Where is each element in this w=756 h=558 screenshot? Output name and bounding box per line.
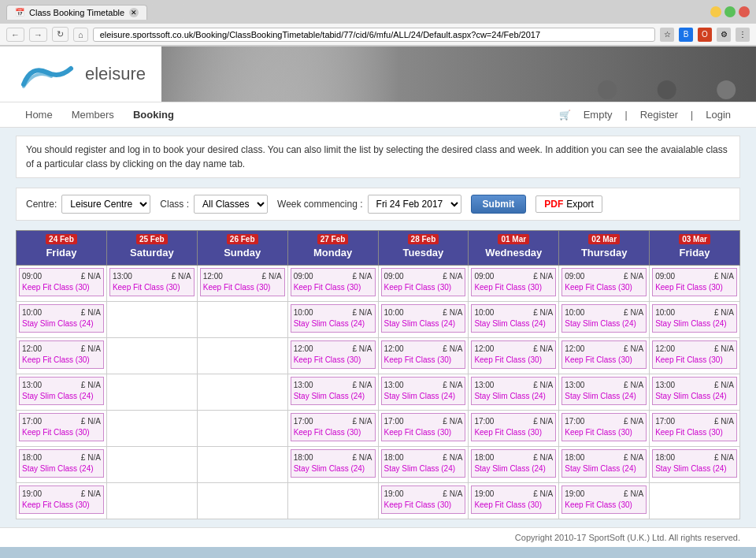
class-time-price: 09:00 £ N/A <box>655 271 734 282</box>
menu-icon[interactable]: ⋮ <box>736 28 750 42</box>
class-item[interactable]: 12:00 £ N/A Keep Fit Class (30) <box>200 268 285 296</box>
day-header-thursday[interactable]: 02 Mar Thursday <box>559 231 650 266</box>
class-time-price: 12:00 £ N/A <box>22 344 101 355</box>
bookmark-icon[interactable]: ☆ <box>660 28 674 42</box>
class-item[interactable]: 17:00 £ N/A Keep Fit Class (30) <box>561 413 647 441</box>
class-item[interactable]: 18:00 £ N/A Stay Slim Class (24) <box>381 449 466 478</box>
day-header-friday[interactable]: 03 Mar Friday <box>650 231 740 266</box>
nav-login[interactable]: Login <box>696 102 740 127</box>
class-price: £ N/A <box>714 271 734 282</box>
day-header-friday[interactable]: 24 Feb Friday <box>17 231 107 266</box>
timetable-cell: 17:00 £ N/A Keep Fit Class (30) <box>650 411 740 447</box>
timetable-cell: 09:00 £ N/A Keep Fit Class (30) <box>378 266 469 302</box>
class-time-price: 10:00 £ N/A <box>565 307 643 318</box>
class-item[interactable]: 09:00 £ N/A Keep Fit Class (30) <box>381 268 466 296</box>
class-item[interactable]: 13:00 £ N/A Stay Slim Class (24) <box>381 377 466 405</box>
class-item[interactable]: 19:00 £ N/A Keep Fit Class (30) <box>381 485 466 514</box>
class-item[interactable]: 09:00 £ N/A Keep Fit Class (30) <box>19 268 104 296</box>
nav-members[interactable]: Members <box>62 102 124 127</box>
class-item[interactable]: 19:00 £ N/A Keep Fit Class (30) <box>561 485 647 514</box>
class-item[interactable]: 10:00 £ N/A Stay Slim Class (24) <box>471 304 556 333</box>
forward-button[interactable]: → <box>29 28 47 42</box>
back-button[interactable]: ← <box>6 28 24 42</box>
banner-image <box>161 46 756 102</box>
home-button[interactable]: ⌂ <box>73 28 88 42</box>
class-time: 19:00 <box>474 489 494 500</box>
class-item[interactable]: 17:00 £ N/A Keep Fit Class (30) <box>652 413 737 441</box>
day-header-sunday[interactable]: 26 Feb Sunday <box>197 231 287 266</box>
class-time: 13:00 <box>22 380 42 391</box>
class-item[interactable]: 12:00 £ N/A Keep Fit Class (30) <box>561 340 647 369</box>
class-item[interactable]: 10:00 £ N/A Stay Slim Class (24) <box>19 304 104 333</box>
class-name: Keep Fit Class (30) <box>384 355 463 366</box>
class-time: 19:00 <box>22 489 42 500</box>
date-badge: 26 Feb <box>227 234 258 244</box>
class-item[interactable]: 12:00 £ N/A Keep Fit Class (30) <box>471 340 556 369</box>
day-header-monday[interactable]: 27 Feb Monday <box>287 231 378 266</box>
class-time-price: 19:00 £ N/A <box>384 489 463 500</box>
class-item[interactable]: 12:00 £ N/A Keep Fit Class (30) <box>291 340 376 369</box>
tab-close-btn[interactable]: ✕ <box>129 8 139 17</box>
class-price: £ N/A <box>624 416 643 427</box>
day-header-tuesday[interactable]: 28 Feb Tuesday <box>378 231 469 266</box>
class-item[interactable]: 10:00 £ N/A Stay Slim Class (24) <box>652 304 737 333</box>
class-item[interactable]: 18:00 £ N/A Stay Slim Class (24) <box>561 449 647 478</box>
class-price: £ N/A <box>533 380 553 391</box>
nav-register[interactable]: Register <box>631 102 687 127</box>
minimize-btn[interactable] <box>710 6 721 17</box>
class-item[interactable]: 09:00 £ N/A Keep Fit Class (30) <box>471 268 556 296</box>
class-time-price: 13:00 £ N/A <box>384 380 463 391</box>
class-item[interactable]: 19:00 £ N/A Keep Fit Class (30) <box>19 485 104 514</box>
class-item[interactable]: 17:00 £ N/A Keep Fit Class (30) <box>381 413 466 441</box>
day-header-saturday[interactable]: 25 Feb Saturday <box>106 231 197 266</box>
class-item[interactable]: 18:00 £ N/A Stay Slim Class (24) <box>291 449 376 478</box>
class-item[interactable]: 13:00 £ N/A Stay Slim Class (24) <box>19 377 104 405</box>
submit-button[interactable]: Submit <box>471 195 527 214</box>
timetable-cell: 12:00 £ N/A Keep Fit Class (30) <box>469 338 559 374</box>
class-price: £ N/A <box>443 344 462 355</box>
class-item[interactable]: 12:00 £ N/A Keep Fit Class (30) <box>652 340 737 369</box>
class-item[interactable]: 09:00 £ N/A Keep Fit Class (30) <box>291 268 376 296</box>
export-button[interactable]: PDF Export <box>536 195 602 213</box>
refresh-button[interactable]: ↻ <box>52 27 69 42</box>
day-header-wednesday[interactable]: 01 Mar Wednesday <box>469 231 559 266</box>
class-price: £ N/A <box>81 344 101 355</box>
close-btn[interactable] <box>739 6 750 17</box>
class-item[interactable]: 13:00 £ N/A Stay Slim Class (24) <box>652 377 737 405</box>
class-item[interactable]: 18:00 £ N/A Stay Slim Class (24) <box>652 449 737 478</box>
class-item[interactable]: 18:00 £ N/A Stay Slim Class (24) <box>19 449 104 478</box>
class-item[interactable]: 17:00 £ N/A Keep Fit Class (30) <box>291 413 376 441</box>
class-item[interactable]: 13:00 £ N/A Stay Slim Class (24) <box>471 377 556 405</box>
class-item[interactable]: 13:00 £ N/A Keep Fit Class (30) <box>109 268 195 296</box>
class-name: Stay Slim Class (24) <box>294 463 372 474</box>
class-item[interactable]: 13:00 £ N/A Stay Slim Class (24) <box>561 377 647 405</box>
class-item[interactable]: 18:00 £ N/A Stay Slim Class (24) <box>471 449 556 478</box>
class-time: 17:00 <box>565 416 584 427</box>
centre-select[interactable]: Leisure Centre <box>61 195 150 214</box>
settings-icon[interactable]: ⚙ <box>717 28 731 42</box>
nav-empty[interactable]: Empty <box>574 102 622 127</box>
nav-booking[interactable]: Booking <box>124 102 183 127</box>
class-time-price: 12:00 £ N/A <box>655 344 734 355</box>
class-time-price: 12:00 £ N/A <box>294 344 372 355</box>
class-item[interactable]: 19:00 £ N/A Keep Fit Class (30) <box>471 485 556 514</box>
class-select[interactable]: All Classes <box>194 195 268 214</box>
week-select[interactable]: Fri 24 Feb 2017 <box>368 195 461 214</box>
class-item[interactable]: 13:00 £ N/A Stay Slim Class (24) <box>291 377 376 405</box>
class-time: 09:00 <box>22 271 42 282</box>
class-item[interactable]: 09:00 £ N/A Keep Fit Class (30) <box>652 268 737 296</box>
class-item[interactable]: 17:00 £ N/A Keep Fit Class (30) <box>471 413 556 441</box>
class-item[interactable]: 17:00 £ N/A Keep Fit Class (30) <box>19 413 104 441</box>
class-item[interactable]: 10:00 £ N/A Stay Slim Class (24) <box>561 304 647 333</box>
maximize-btn[interactable] <box>724 6 736 17</box>
class-item[interactable]: 12:00 £ N/A Keep Fit Class (30) <box>381 340 466 369</box>
class-item[interactable]: 10:00 £ N/A Stay Slim Class (24) <box>291 304 376 333</box>
address-bar[interactable] <box>93 28 655 42</box>
timetable-cell: 18:00 £ N/A Stay Slim Class (24) <box>469 447 559 483</box>
nav-home[interactable]: Home <box>16 102 62 127</box>
class-item[interactable]: 09:00 £ N/A Keep Fit Class (30) <box>561 268 647 296</box>
class-item[interactable]: 10:00 £ N/A Stay Slim Class (24) <box>381 304 466 333</box>
class-price: £ N/A <box>533 271 553 282</box>
class-item[interactable]: 12:00 £ N/A Keep Fit Class (30) <box>19 340 104 369</box>
timetable-cell: 18:00 £ N/A Stay Slim Class (24) <box>650 447 740 483</box>
